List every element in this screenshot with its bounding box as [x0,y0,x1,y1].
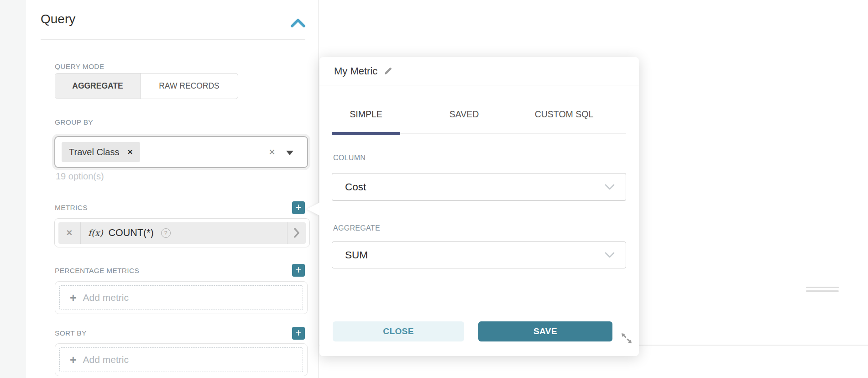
panel-divider [319,0,319,378]
tab-simple[interactable]: SIMPLE [332,109,400,120]
percentage-metrics-dropzone[interactable]: + Add metric [55,281,308,314]
query-section-title: Query [41,12,75,26]
resize-expand-icon[interactable] [620,331,633,345]
query-mode-toggle: AGGREGATE RAW RECORDS [55,73,238,99]
popover-arrow [307,203,319,215]
add-percentage-metric-button[interactable]: + [292,264,305,277]
raw-records-mode-button[interactable]: RAW RECORDS [141,74,238,99]
edit-pencil-icon[interactable] [383,66,393,76]
column-select[interactable]: Cost [332,173,626,201]
column-label: COLUMN [333,154,366,162]
sort-by-label: SORT BY [55,329,87,337]
metric-name-title[interactable]: My Metric [334,65,377,77]
aggregate-mode-button[interactable]: AGGREGATE [55,74,141,99]
add-metric-placeholder-text: Add metric [83,292,129,303]
group-by-chip[interactable]: Travel Class × [62,142,140,162]
add-metric-button[interactable]: + [292,201,305,214]
pill-divider [80,222,81,244]
group-by-label: GROUP BY [55,118,93,126]
aggregate-select-value: SUM [345,249,605,261]
add-metric-placeholder[interactable]: + Add metric [59,285,303,310]
aggregate-label: AGGREGATE [333,224,380,232]
clear-all-icon[interactable]: × [269,147,275,158]
metric-pill[interactable]: × f(x) COUNT(*) ? [58,222,306,244]
dropdown-caret-icon[interactable] [286,151,293,155]
chevron-down-icon [605,184,615,190]
save-button[interactable]: SAVE [478,321,612,341]
add-sort-button[interactable]: + [292,327,305,340]
group-by-chip-label: Travel Class [69,147,119,158]
metric-expression: COUNT(*) [109,227,154,239]
group-by-options-count: 19 option(s) [56,171,104,182]
splitter-handle-line[interactable] [806,290,839,292]
chip-remove-icon[interactable]: × [127,147,132,157]
add-metric-placeholder[interactable]: + Add metric [59,347,303,372]
metric-remove-icon[interactable]: × [58,227,80,239]
close-button[interactable]: CLOSE [333,321,464,341]
splitter-handle-line[interactable] [806,287,839,288]
chevron-down-icon [605,252,615,258]
sort-by-dropzone[interactable]: + Add metric [55,343,308,376]
left-gutter [0,0,26,378]
help-icon[interactable]: ? [161,228,171,238]
function-icon: f(x) [88,228,103,238]
tab-custom-sql[interactable]: CUSTOM SQL [528,109,600,120]
tab-saved[interactable]: SAVED [430,109,498,120]
metric-expand-chevron-icon[interactable] [287,222,306,244]
column-select-value: Cost [345,181,605,193]
group-by-select[interactable]: Travel Class × × [54,136,308,168]
metrics-label: METRICS [55,204,88,212]
plus-icon: + [70,354,77,366]
percentage-metrics-label: PERCENTAGE METRICS [55,267,139,275]
plus-icon: + [70,292,77,304]
section-divider [41,39,305,40]
metric-edit-popover: My Metric SIMPLE SAVED CUSTOM SQL COLUMN… [319,57,639,356]
popover-header: My Metric [319,57,639,85]
collapse-section-icon[interactable] [290,17,306,28]
query-mode-label: QUERY MODE [55,63,104,71]
add-metric-placeholder-text: Add metric [83,354,129,365]
metrics-container: × f(x) COUNT(*) ? [54,218,310,247]
aggregate-select[interactable]: SUM [332,242,626,268]
active-tab-underline [332,132,400,135]
